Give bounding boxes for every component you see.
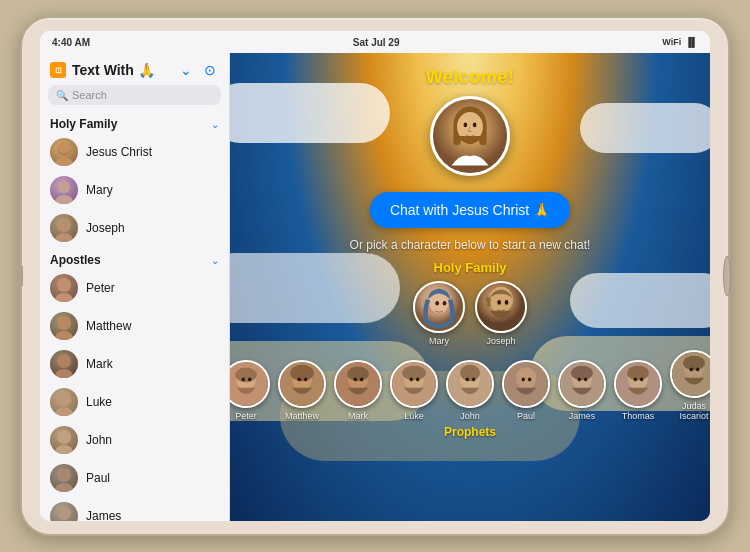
char-avatar-mary[interactable] xyxy=(413,281,465,333)
char-col-joseph: Joseph xyxy=(475,281,527,346)
home-button[interactable] xyxy=(723,256,731,296)
svg-point-74 xyxy=(584,378,587,382)
char-name-luke-main: Luke xyxy=(404,411,424,421)
holy-family-chars: Mary xyxy=(413,281,527,346)
contact-item-luke[interactable]: Luke xyxy=(40,383,229,421)
char-name-mark-main: Mark xyxy=(348,411,368,421)
sidebar-title: Text With 🙏 xyxy=(72,62,171,78)
svg-point-16 xyxy=(57,468,71,482)
svg-point-34 xyxy=(435,301,439,306)
avatar-paul xyxy=(50,464,78,492)
status-date: Sat Jul 29 xyxy=(353,37,400,48)
char-col-thomas-main: Thomas xyxy=(614,360,662,421)
contact-item-mary[interactable]: Mary xyxy=(40,171,229,209)
contact-item-mark[interactable]: Mark xyxy=(40,345,229,383)
compose-icon[interactable]: ⊙ xyxy=(201,61,219,79)
char-avatar-john-main[interactable] xyxy=(446,360,494,408)
svg-point-47 xyxy=(290,365,314,382)
avatar-james xyxy=(50,502,78,521)
svg-point-10 xyxy=(57,354,71,368)
status-time: 4:40 AM xyxy=(52,37,90,48)
contact-item-jesus[interactable]: Jesus Christ xyxy=(40,133,229,171)
svg-point-6 xyxy=(57,278,71,292)
char-avatar-matthew-main[interactable] xyxy=(278,360,326,408)
contact-item-joseph[interactable]: Joseph xyxy=(40,209,229,247)
char-avatar-mark-main[interactable] xyxy=(334,360,382,408)
svg-point-12 xyxy=(57,392,71,406)
char-avatar-joseph[interactable] xyxy=(475,281,527,333)
svg-point-11 xyxy=(55,369,73,378)
contact-name-matthew: Matthew xyxy=(86,319,131,333)
char-col-mark-main: Mark xyxy=(334,360,382,421)
search-box[interactable]: 🔍 Search xyxy=(48,85,221,105)
svg-point-67 xyxy=(516,369,536,380)
svg-point-48 xyxy=(298,378,301,382)
svg-point-1 xyxy=(55,157,73,166)
char-name-paul-main: Paul xyxy=(517,411,535,421)
chevron-down-icon[interactable]: ⌄ xyxy=(177,61,195,79)
welcome-text: Welcome! xyxy=(426,67,515,88)
search-placeholder: Search xyxy=(72,89,107,101)
svg-point-68 xyxy=(522,378,525,382)
char-name-judas-main: Judas Iscariot xyxy=(670,401,710,421)
char-col-john-main: John xyxy=(446,360,494,421)
svg-point-7 xyxy=(55,293,73,302)
svg-point-58 xyxy=(410,378,413,382)
group-label: Holy Family xyxy=(50,117,117,131)
chevron-icon-apostles[interactable]: ⌄ xyxy=(211,255,219,266)
char-col-james-main: James xyxy=(558,360,606,421)
contact-name-mark: Mark xyxy=(86,357,113,371)
pick-char-text: Or pick a character below to start a new… xyxy=(350,238,591,252)
contact-item-matthew[interactable]: Matthew xyxy=(40,307,229,345)
wifi-icon: WiFi xyxy=(662,37,681,47)
avatar-matthew xyxy=(50,312,78,340)
char-avatar-thomas-main[interactable] xyxy=(614,360,662,408)
svg-point-18 xyxy=(57,506,71,520)
contact-name-james: James xyxy=(86,509,121,521)
char-avatar-james-main[interactable] xyxy=(558,360,606,408)
contact-name-luke: Luke xyxy=(86,395,112,409)
contact-item-paul[interactable]: Paul xyxy=(40,459,229,497)
svg-point-14 xyxy=(57,430,71,444)
sidebar-header: ⊡ Text With 🙏 ⌄ ⊙ xyxy=(40,53,229,85)
char-name-james-main: James xyxy=(569,411,596,421)
ipad-frame: 4:40 AM Sat Jul 29 WiFi ▐▌ ⊡ Text With 🙏… xyxy=(20,16,730,536)
svg-point-39 xyxy=(505,300,509,305)
char-name-thomas-main: Thomas xyxy=(622,411,655,421)
contact-item-peter[interactable]: Peter xyxy=(40,269,229,307)
status-bar: 4:40 AM Sat Jul 29 WiFi ▐▌ xyxy=(40,31,710,53)
svg-point-77 xyxy=(627,366,649,381)
contact-item-john[interactable]: John xyxy=(40,421,229,459)
sidebar: ⊡ Text With 🙏 ⌄ ⊙ 🔍 Search Holy Family xyxy=(40,53,230,521)
avatar-peter xyxy=(50,274,78,302)
char-name-john-main: John xyxy=(460,411,480,421)
svg-point-83 xyxy=(690,368,693,372)
chevron-icon[interactable]: ⌄ xyxy=(211,119,219,130)
chat-button[interactable]: Chat with Jesus Christ 🙏 xyxy=(370,192,570,228)
svg-point-64 xyxy=(472,378,475,382)
contact-item-james[interactable]: James xyxy=(40,497,229,521)
svg-point-4 xyxy=(57,218,71,232)
avatar-jesus xyxy=(50,138,78,166)
char-col-matthew-main: Matthew xyxy=(278,360,326,421)
group-header-holy-family: Holy Family ⌄ xyxy=(40,111,229,133)
jesus-avatar-large[interactable] xyxy=(430,96,510,176)
char-avatar-judas-main[interactable] xyxy=(670,350,710,398)
char-avatar-paul-main[interactable] xyxy=(502,360,550,408)
svg-point-5 xyxy=(55,233,73,242)
avatar-joseph xyxy=(50,214,78,242)
char-avatar-peter-main[interactable] xyxy=(230,360,270,408)
svg-point-62 xyxy=(460,365,480,382)
char-avatar-luke-main[interactable] xyxy=(390,360,438,408)
contact-name-paul: Paul xyxy=(86,471,110,485)
contact-name-jesus: Jesus Christ xyxy=(86,145,152,159)
svg-point-57 xyxy=(402,366,426,381)
group-header-apostles: Apostles ⌄ xyxy=(40,247,229,269)
svg-point-29 xyxy=(464,123,468,128)
contact-name-john: John xyxy=(86,433,112,447)
avatar-john xyxy=(50,426,78,454)
svg-point-72 xyxy=(571,366,593,381)
main-area: Welcome! xyxy=(230,53,710,521)
char-name-matthew-main: Matthew xyxy=(285,411,319,421)
contact-name-joseph: Joseph xyxy=(86,221,125,235)
